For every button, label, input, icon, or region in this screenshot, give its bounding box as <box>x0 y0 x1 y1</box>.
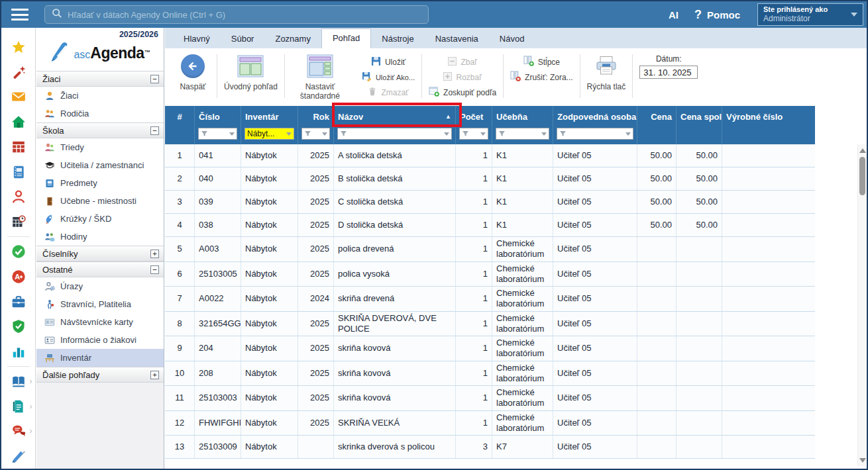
table-row[interactable]: 4038Nábytok2025D stolička detská1K1Učite… <box>165 214 815 237</box>
date-input[interactable] <box>639 66 698 79</box>
vertical-scrollbar[interactable] <box>857 144 866 466</box>
sidebar-item-rodicia[interactable]: Rodičia <box>36 105 164 122</box>
column-header-cena[interactable]: Cena <box>637 106 677 127</box>
tab-subor[interactable]: Súbor <box>221 30 265 48</box>
library-icon[interactable]: › <box>11 369 26 394</box>
table-row[interactable]: 1325103009Nábytokskrinka dverová s polic… <box>165 436 815 459</box>
scroll-down-arrow[interactable] <box>858 455 867 465</box>
columns-button[interactable]: Stĺpce <box>523 56 560 68</box>
person-icon[interactable] <box>11 185 26 210</box>
sidebar-section-skola[interactable]: Škola− <box>36 122 164 138</box>
shield-icon[interactable] <box>11 314 26 339</box>
column-header-rok[interactable]: Rok <box>298 106 334 127</box>
mail-icon[interactable] <box>11 85 26 110</box>
table-row[interactable]: 8321654GGCNábytok2025SKRIŇA DVEROVÁ, DVE… <box>165 312 815 337</box>
sidebar-item-predmety[interactable]: Predmety <box>36 174 164 192</box>
column-header-vyrobne-cislo[interactable]: Výrobné číslo <box>722 106 815 127</box>
sidebar-item-ucitelia-zamestnanci[interactable]: Učitelia / zamestnanci <box>36 156 164 174</box>
grade-icon[interactable]: A <box>11 264 26 289</box>
group-by-button[interactable]: Zoskupiť podľa <box>429 86 496 99</box>
schedule-icon[interactable] <box>11 209 26 234</box>
table-row[interactable]: 9204Nábytok2025skriňa kovová1Chemické la… <box>165 336 815 361</box>
quick-print-button[interactable]: Rýchla tlač <box>580 50 633 106</box>
document-icon[interactable]: › <box>11 394 26 419</box>
ai-button[interactable]: AI <box>669 9 678 21</box>
column-header-pocet[interactable]: Počet <box>456 106 492 127</box>
filter-zodpovedna-osoba[interactable] <box>557 128 633 140</box>
sidebar-item-navstevnicke-karty[interactable]: Návštevnícke karty <box>36 313 164 331</box>
save-button[interactable]: Uložiť <box>371 56 406 68</box>
column-header-nazov[interactable]: Názov▲ <box>334 106 456 127</box>
wand-icon[interactable] <box>11 60 26 85</box>
tab-hlavny[interactable]: Hlavný <box>173 30 221 48</box>
filter-ucebna[interactable] <box>496 128 549 140</box>
column-header-ucebna[interactable]: Učebňa <box>492 106 553 127</box>
search-input[interactable] <box>68 10 421 20</box>
tab-zoznamy[interactable]: Zoznamy <box>264 30 321 48</box>
section-toggle-icon[interactable]: + <box>150 250 159 258</box>
column-header-zodpovedna-osoba[interactable]: Zodpovedná osoba <box>553 106 637 127</box>
tab-nastroje[interactable]: Nástroje <box>371 30 424 48</box>
sidebar-section-ciselniky[interactable]: Číselníky+ <box>36 246 164 261</box>
sidebar-item-urazy[interactable]: Úrazy <box>36 277 164 295</box>
sidebar-item-stravnici-platitelia[interactable]: Stravníci, Platitelia <box>36 295 164 313</box>
briefcase-icon[interactable] <box>11 289 26 314</box>
back-button[interactable]: Naspäť <box>169 50 217 106</box>
table-row[interactable]: 5A003Nábytok2025polica drevená1Chemické … <box>165 237 815 262</box>
column-header-cena-spolu[interactable]: Cena spolu <box>677 106 722 127</box>
section-toggle-icon[interactable]: − <box>150 126 159 135</box>
sidebar-item-inventar[interactable]: Inventár <box>36 349 164 367</box>
sidebar-item-hodiny[interactable]: Hodiny <box>36 228 164 246</box>
sidebar-item-kruzky-skd[interactable]: Krúžky / ŠKD <box>36 210 164 228</box>
sidebar-section-ostatne[interactable]: Ostatné− <box>36 261 164 277</box>
home-view-button[interactable]: Úvodný pohľad <box>217 50 284 106</box>
chat-icon[interactable]: › <box>11 418 26 444</box>
check-circle-icon[interactable] <box>11 239 26 264</box>
table-row[interactable]: 625103005Nábytok2025polica vysoká1Chemic… <box>165 262 815 287</box>
cell-cislo: A0022 <box>195 287 241 311</box>
column-header-[interactable]: # <box>165 106 195 127</box>
printer-icon <box>594 52 618 80</box>
column-header-cislo[interactable]: Číslo <box>195 106 241 127</box>
cancel-sort-button[interactable]: Zrušiť: Zora... <box>510 71 573 83</box>
sidebar-item-ucebne-miestnosti[interactable]: Učebne - miestnosti <box>36 192 164 210</box>
filter-rok[interactable] <box>301 128 330 140</box>
sidebar-item-triedy[interactable]: Triedy <box>36 138 164 156</box>
table-row[interactable]: 7A0022Nábytok2024skriňa drevená1Chemické… <box>165 287 815 312</box>
help-button[interactable]: ? Pomoc <box>694 8 740 22</box>
user-menu[interactable]: Ste prihlásený ako Administrátor <box>757 3 863 26</box>
scrollbar-thumb[interactable] <box>859 157 865 195</box>
tab-pohlad[interactable]: Pohľad <box>321 28 371 48</box>
table-row[interactable]: 1041Nábytok2025A stolička detská1K1Učite… <box>165 144 815 167</box>
hamburger-menu-icon[interactable] <box>11 9 28 21</box>
notebook-icon[interactable] <box>11 160 26 185</box>
tab-navod[interactable]: Návod <box>489 30 535 48</box>
calendar-icon[interactable] <box>11 134 26 160</box>
global-search[interactable] <box>44 5 429 24</box>
scroll-up-arrow[interactable] <box>858 146 867 155</box>
pen-icon[interactable] <box>11 444 26 469</box>
table-row[interactable]: 12FHWIFGHFNábytok2025SKRIŇA VEĽKÁ1Chemic… <box>165 411 815 436</box>
section-toggle-icon[interactable]: − <box>150 75 159 83</box>
chart-icon[interactable] <box>11 339 26 364</box>
star-icon[interactable] <box>11 34 26 60</box>
set-standard-button[interactable]: Nastaviť štandardné <box>285 50 355 106</box>
table-row[interactable]: 1125103003Nábytok2025skriňa kovová1Chemi… <box>165 386 815 411</box>
save-as-button[interactable]: Uložiť Ako... <box>362 71 415 83</box>
column-header-inventar[interactable]: Inventár <box>241 106 298 127</box>
sidebar-section-dalsie-pohlady[interactable]: Ďalšie pohľady+ <box>36 367 164 383</box>
section-toggle-icon[interactable]: + <box>150 371 159 379</box>
table-row[interactable]: 10208Nábytok2025skriňa kovová1Chemické l… <box>165 361 815 387</box>
filter-inventar[interactable]: Nábyt... <box>244 128 294 140</box>
sidebar-item-informacie-o-ziakovi[interactable]: Informácie o žiakovi <box>36 331 164 349</box>
filter-pocet[interactable] <box>459 128 488 140</box>
sidebar-section-ziaci[interactable]: Žiaci− <box>36 71 164 87</box>
home-icon[interactable] <box>11 109 26 134</box>
table-row[interactable]: 2040Nábytok2025B stolička detská1K1Učite… <box>165 167 815 191</box>
sidebar-item-ziaci[interactable]: Žiaci <box>36 87 164 105</box>
tab-nastavenia[interactable]: Nastavenia <box>425 30 489 48</box>
filter-cislo[interactable] <box>198 128 237 140</box>
table-row[interactable]: 3039Nábytok2025C stolička detská1K1Učite… <box>165 191 815 214</box>
filter-nazov[interactable] <box>337 128 452 140</box>
section-toggle-icon[interactable]: − <box>150 265 159 274</box>
